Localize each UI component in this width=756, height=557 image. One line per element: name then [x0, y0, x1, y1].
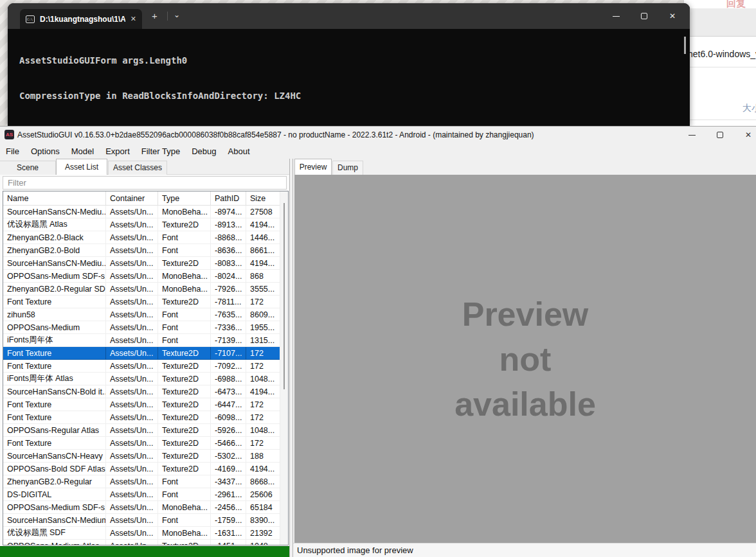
divider — [167, 12, 168, 21]
background-window: 回复 het6.0-windows_v 大小 — [683, 0, 756, 126]
tab-asset-list[interactable]: Asset List — [56, 159, 107, 175]
preview-area: Preview not available — [294, 175, 756, 543]
title-bar: AS AssetStudioGUI v0.16.53.0+b2dae855209… — [0, 127, 756, 143]
table-row[interactable]: ZhenyanGB2.0-Regular SDF Assets/Un... Mo… — [3, 283, 288, 296]
table-row[interactable]: ZhenyanGB2.0-Black Assets/Un... Font -88… — [3, 231, 288, 244]
table-row[interactable]: DS-DIGITAL Assets/Un... Font -2961... 25… — [3, 488, 288, 501]
table-row[interactable]: SourceHanSansCN-Medium Assets/Un... Font… — [3, 514, 288, 527]
table-row[interactable]: SourceHanSansCN-Mediu... Assets/Un... Mo… — [3, 206, 288, 218]
app-maximize-button[interactable] — [706, 127, 734, 143]
column-header-pathid[interactable]: PathID — [211, 191, 246, 205]
table-row[interactable]: Font Texture Assets/Un... Texture2D -546… — [3, 437, 288, 450]
terminal-tab[interactable]: C:\ D:\1kuangtnagshou\1\AssetStu ✕ — [20, 9, 142, 29]
app-close-button[interactable]: ✕ — [734, 127, 756, 143]
chevron-down-icon[interactable]: ⌄ — [174, 10, 180, 19]
status-text: Unsupported image for preview — [297, 545, 413, 555]
terminal-output: AssetStudioGUIForm args.Length0 Compress… — [8, 29, 690, 126]
terminal-line: CompressionType in ReadBlocksInfoAndDire… — [19, 90, 690, 102]
menu-options[interactable]: Options — [25, 146, 66, 156]
terminal-close-button[interactable]: ✕ — [658, 3, 687, 29]
status-bar: Unsupported image for preview — [293, 543, 756, 557]
terminal-tab-bar: C:\ D:\1kuangtnagshou\1\AssetStu ✕ + ⌄ ✕ — [8, 3, 690, 29]
terminal-minimize-button[interactable] — [602, 3, 630, 29]
terminal-maximize-button[interactable] — [630, 3, 658, 29]
background-toolbar — [684, 8, 756, 37]
filter-input[interactable] — [3, 176, 287, 190]
maximize-icon — [717, 132, 723, 138]
table-row[interactable]: 优设标题黑 Atlas Assets/Un... Texture2D -8913… — [3, 218, 288, 231]
table-row[interactable]: SourceHanSansCN-Mediu... Assets/Un... Te… — [3, 257, 288, 270]
menu-debug[interactable]: Debug — [186, 146, 222, 156]
menu-export[interactable]: Export — [100, 146, 136, 156]
minimize-icon — [688, 135, 696, 136]
table-row[interactable]: SourceHanSansCN-Bold it... Assets/Un... … — [3, 385, 288, 398]
table-scrollbar-thumb[interactable] — [284, 203, 285, 389]
window-title: AssetStudioGUI v0.16.53.0+b2dae8552096ac… — [17, 130, 534, 139]
table-scrollbar[interactable] — [280, 191, 288, 545]
assetstudio-window: AS AssetStudioGUI v0.16.53.0+b2dae855209… — [0, 126, 756, 557]
cmd-icon: C:\ — [26, 15, 35, 23]
preview-panel: Preview Dump Preview not available Unsup… — [293, 159, 756, 557]
divider — [684, 119, 756, 120]
table-row[interactable]: ZhenyanGB2.0-Bold Assets/Un... Font -863… — [3, 244, 288, 257]
maximize-icon — [641, 13, 647, 19]
asset-table: Name Container Type PathID Size SourceHa… — [3, 191, 289, 545]
table-row[interactable]: 优设标题黑 SDF Assets/Un... MonoBeha... -1631… — [3, 527, 288, 540]
table-row[interactable]: OPPOSans-Medium SDF-s... Assets/Un... Mo… — [3, 501, 288, 514]
terminal-line: AssetStudioGUIForm args.Length0 — [19, 55, 690, 66]
asset-list-panel: Scene Hierarchy Asset List Asset Classes… — [0, 159, 289, 557]
tab-dump[interactable]: Dump — [332, 161, 363, 175]
menu-filter-type[interactable]: Filter Type — [136, 146, 186, 156]
asset-table-body: SourceHanSansCN-Mediu... Assets/Un... Mo… — [3, 206, 288, 545]
table-row[interactable]: Font Texture Assets/Un... Texture2D -710… — [3, 347, 288, 360]
left-tab-strip: Scene Hierarchy Asset List Asset Classes — [0, 159, 289, 175]
terminal-window: C:\ D:\1kuangtnagshou\1\AssetStu ✕ + ⌄ ✕… — [8, 3, 690, 126]
app-icon: AS — [4, 130, 14, 139]
table-row[interactable]: zihun58 Assets/Un... Font -7635... 8609.… — [3, 308, 288, 321]
table-row[interactable]: ZhenyanGB2.0-Regular Assets/Un... Font -… — [3, 475, 288, 488]
column-header-type[interactable]: Type — [158, 191, 211, 205]
background-file-label[interactable]: het6.0-windows_v — [688, 49, 756, 59]
column-header-container[interactable]: Container — [106, 191, 158, 205]
menu-about[interactable]: About — [222, 146, 256, 156]
divider — [684, 67, 756, 67]
table-row[interactable]: Font Texture Assets/Un... Texture2D -709… — [3, 360, 288, 373]
table-row[interactable]: Font Texture Assets/Un... Texture2D -609… — [3, 411, 288, 424]
table-row[interactable]: OPPOSans-Bold SDF Atlas 1 Assets/Un... T… — [3, 463, 288, 475]
background-size-column-label[interactable]: 大小 — [742, 103, 756, 114]
table-row[interactable]: Font Texture Assets/Un... Texture2D -644… — [3, 398, 288, 411]
terminal-scrollbar-thumb[interactable] — [684, 37, 686, 54]
table-row[interactable]: SourceHanSansCN-Heavy ... Assets/Un... T… — [3, 450, 288, 463]
table-row[interactable]: OPPOSans-Medium SDF-s... Assets/Un... Mo… — [3, 270, 288, 283]
column-header-size[interactable]: Size — [246, 191, 281, 205]
progress-bar — [0, 546, 291, 557]
tab-preview[interactable]: Preview — [294, 159, 332, 175]
table-row[interactable]: OPPOSans-Medium Atlas Assets/Un... Textu… — [3, 540, 288, 545]
terminal-tab-title: D:\1kuangtnagshou\1\AssetStu — [40, 15, 125, 24]
column-header-name[interactable]: Name — [3, 191, 106, 205]
menu-file[interactable]: File — [6, 146, 25, 156]
table-row[interactable]: Font Texture Assets/Un... Texture2D -781… — [3, 296, 288, 308]
asset-table-header: Name Container Type PathID Size — [3, 191, 288, 206]
app-minimize-button[interactable] — [678, 127, 706, 143]
table-row[interactable]: OPPOSans-Regular Atlas Assets/Un... Text… — [3, 424, 288, 437]
new-tab-icon[interactable]: + — [152, 10, 158, 21]
menu-model[interactable]: Model — [66, 146, 100, 156]
table-row[interactable]: iFonts周年体 Atlas Assets/Un... Texture2D -… — [3, 373, 288, 385]
table-row[interactable]: iFonts周年体 Assets/Un... Font -7139... 131… — [3, 334, 288, 347]
tab-close-icon[interactable]: ✕ — [130, 15, 136, 23]
menu-bar: File Options Model Export Filter Type De… — [0, 143, 756, 159]
tab-asset-classes[interactable]: Asset Classes — [108, 161, 167, 175]
minimize-icon — [613, 16, 620, 17]
table-row[interactable]: OPPOSans-Medium Assets/Un... Font -7336.… — [3, 321, 288, 334]
preview-unavailable-message: Preview not available — [455, 292, 596, 427]
tab-scene-hierarchy[interactable]: Scene Hierarchy — [0, 161, 56, 175]
